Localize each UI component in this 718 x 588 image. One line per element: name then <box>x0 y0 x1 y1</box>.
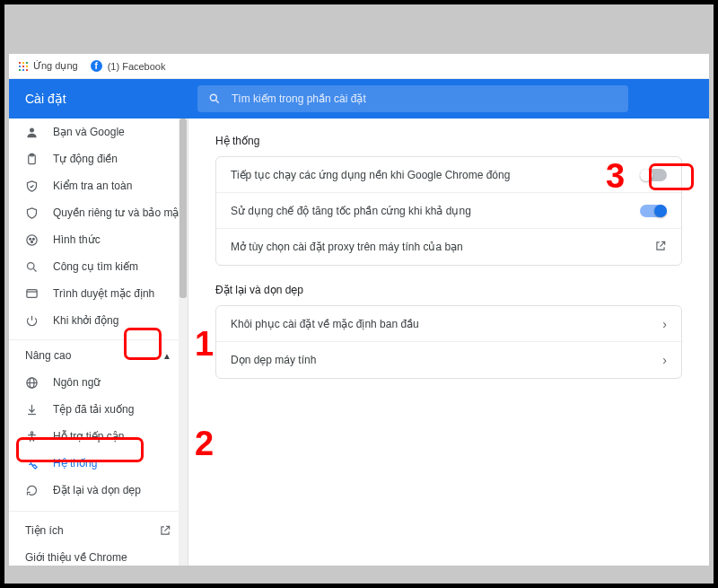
sidebar-item-label: Khi khởi động <box>53 314 118 327</box>
bookmark-bar: Ứng dụng f (1) Facebook <box>9 54 709 79</box>
sidebar-footer: Tiện ích Giới thiệu về Chrome <box>9 511 188 566</box>
chevron-right-icon: › <box>662 317 667 331</box>
sidebar-advanced-toggle[interactable]: Nâng cao ▲ <box>9 339 188 369</box>
reset-icon <box>25 484 39 497</box>
sidebar-about-chrome[interactable]: Giới thiệu về Chrome <box>9 544 188 566</box>
sidebar-item-label: Tệp đã tải xuống <box>53 403 134 416</box>
sidebar-item-default-browser[interactable]: Trình duyệt mặc định <box>9 280 188 307</box>
sidebar-item-label: Kiểm tra an toàn <box>53 180 132 192</box>
sidebar-item-autofill[interactable]: Tự động điền <box>9 145 188 172</box>
system-card: Tiếp tục chạy các ứng dụng nền khi Googl… <box>215 156 682 266</box>
svg-rect-11 <box>27 289 37 297</box>
bookmark-apps-label: Ứng dụng <box>33 60 78 72</box>
svg-point-6 <box>30 238 31 240</box>
sidebar-item-label: Hệ thống <box>53 457 97 470</box>
sidebar-item-languages[interactable]: Ngôn ngữ <box>9 369 188 396</box>
sidebar-item-on-startup[interactable]: Khi khởi động <box>9 307 188 334</box>
search-placeholder: Tìm kiếm trong phần cài đặt <box>232 92 366 105</box>
sidebar-item-label: Hình thức <box>53 233 101 246</box>
sidebar-item-search-engine[interactable]: Công cụ tìm kiếm <box>9 253 188 280</box>
settings-row-label: Tiếp tục chạy các ứng dụng nền khi Googl… <box>231 169 510 181</box>
sidebar-about-label: Giới thiệu về Chrome <box>25 551 127 564</box>
a11y-icon <box>25 430 39 443</box>
screenshot-frame: Ứng dụng f (1) Facebook Cài đặt Tìm kiếm… <box>0 0 718 588</box>
search-input[interactable]: Tìm kiếm trong phần cài đặt <box>197 85 628 112</box>
page-title: Cài đặt <box>9 92 197 106</box>
browser-icon <box>25 287 39 301</box>
svg-point-5 <box>27 234 37 244</box>
open-new-icon <box>159 524 171 537</box>
sidebar-scrollbar[interactable] <box>179 118 188 566</box>
toggle-switch[interactable] <box>640 169 667 181</box>
svg-point-16 <box>31 431 33 434</box>
privacy-icon <box>25 206 39 220</box>
sidebar-extensions[interactable]: Tiện ích <box>9 517 188 544</box>
appearance-icon <box>25 233 39 247</box>
sidebar-item-label: Quyền riêng tư và bảo mật <box>53 206 182 219</box>
sidebar-item-accessibility[interactable]: Hỗ trợ tiếp cận <box>9 423 188 450</box>
settings-row-label: Khôi phục cài đặt về mặc định ban đầu <box>231 318 419 330</box>
settings-row[interactable]: Mở tùy chọn cài đặt proxy trên máy tính … <box>216 229 681 265</box>
sidebar-item-appearance[interactable]: Hình thức <box>9 226 188 253</box>
settings-row[interactable]: Tiếp tục chạy các ứng dụng nền khi Googl… <box>216 157 681 193</box>
svg-line-10 <box>33 268 36 271</box>
settings-row-label: Dọn dẹp máy tính <box>231 354 316 366</box>
open-new-icon <box>654 240 667 255</box>
safety-icon <box>25 180 39 193</box>
reset-card: Khôi phục cài đặt về mặc định ban đầu›Dọ… <box>215 305 682 379</box>
apps-grid-icon <box>18 61 28 71</box>
sidebar-item-label: Đặt lại và dọn dẹp <box>53 484 141 496</box>
search-wrap: Tìm kiếm trong phần cài đặt <box>197 85 709 112</box>
content: Bạn và GoogleTự động điềnKiểm tra an toà… <box>9 118 709 566</box>
clipboard-icon <box>25 153 39 166</box>
settings-row[interactable]: Dọn dẹp máy tính› <box>216 342 681 378</box>
sidebar-extensions-label: Tiện ích <box>25 524 64 537</box>
person-icon <box>25 126 39 139</box>
search-icon <box>208 92 221 105</box>
facebook-icon: f <box>91 60 102 72</box>
sidebar-item-label: Công cụ tìm kiếm <box>53 260 138 273</box>
settings-row[interactable]: Sử dụng chế độ tăng tốc phần cứng khi kh… <box>216 193 681 229</box>
settings-row-label: Sử dụng chế độ tăng tốc phần cứng khi kh… <box>231 205 471 217</box>
reset-section-title: Đặt lại và dọn dẹp <box>215 284 682 296</box>
sidebar-item-safety-check[interactable]: Kiểm tra an toàn <box>9 172 188 199</box>
svg-point-0 <box>210 94 216 101</box>
svg-point-2 <box>30 127 34 132</box>
main-panel: Hệ thống Tiếp tục chạy các ứng dụng nền … <box>188 118 709 566</box>
bookmark-apps[interactable]: Ứng dụng <box>18 60 78 72</box>
sidebar-item-label: Ngôn ngữ <box>53 376 101 389</box>
sidebar-advanced-label: Nâng cao <box>25 349 71 362</box>
header: Cài đặt Tìm kiếm trong phần cài đặt <box>9 79 709 118</box>
toggle-knob <box>654 205 667 217</box>
scrollbar-thumb[interactable] <box>180 118 187 298</box>
sidebar-item-system[interactable]: Hệ thống <box>9 450 188 477</box>
sidebar: Bạn và GoogleTự động điềnKiểm tra an toà… <box>9 118 188 566</box>
sidebar-item-label: Hỗ trợ tiếp cận <box>53 430 124 443</box>
download-icon <box>25 403 39 417</box>
svg-line-1 <box>216 101 219 103</box>
sidebar-item-label: Trình duyệt mặc định <box>53 287 154 300</box>
toggle-switch[interactable] <box>640 205 667 217</box>
toggle-knob <box>640 169 652 181</box>
settings-row-label: Mở tùy chọn cài đặt proxy trên máy tính … <box>231 241 463 253</box>
power-icon <box>25 314 39 328</box>
globe-icon <box>25 376 39 390</box>
chevron-up-icon: ▲ <box>162 351 171 361</box>
search-icon <box>25 260 39 274</box>
sidebar-item-you-and-google[interactable]: Bạn và Google <box>9 118 188 145</box>
svg-point-7 <box>32 238 34 240</box>
chevron-right-icon: › <box>662 353 667 367</box>
browser-window: Ứng dụng f (1) Facebook Cài đặt Tìm kiếm… <box>9 54 709 566</box>
wrench-icon <box>25 457 39 470</box>
bookmark-facebook[interactable]: f (1) Facebook <box>91 60 166 72</box>
svg-point-8 <box>31 241 33 242</box>
sidebar-item-label: Tự động điền <box>53 153 118 165</box>
sidebar-item-label: Bạn và Google <box>53 126 125 138</box>
svg-point-9 <box>28 262 35 269</box>
system-section-title: Hệ thống <box>215 135 682 147</box>
sidebar-item-reset[interactable]: Đặt lại và dọn dẹp <box>9 477 188 504</box>
sidebar-item-privacy[interactable]: Quyền riêng tư và bảo mật <box>9 199 188 226</box>
sidebar-item-downloads[interactable]: Tệp đã tải xuống <box>9 396 188 423</box>
bookmark-facebook-label: (1) Facebook <box>108 61 166 72</box>
settings-row[interactable]: Khôi phục cài đặt về mặc định ban đầu› <box>216 306 681 342</box>
